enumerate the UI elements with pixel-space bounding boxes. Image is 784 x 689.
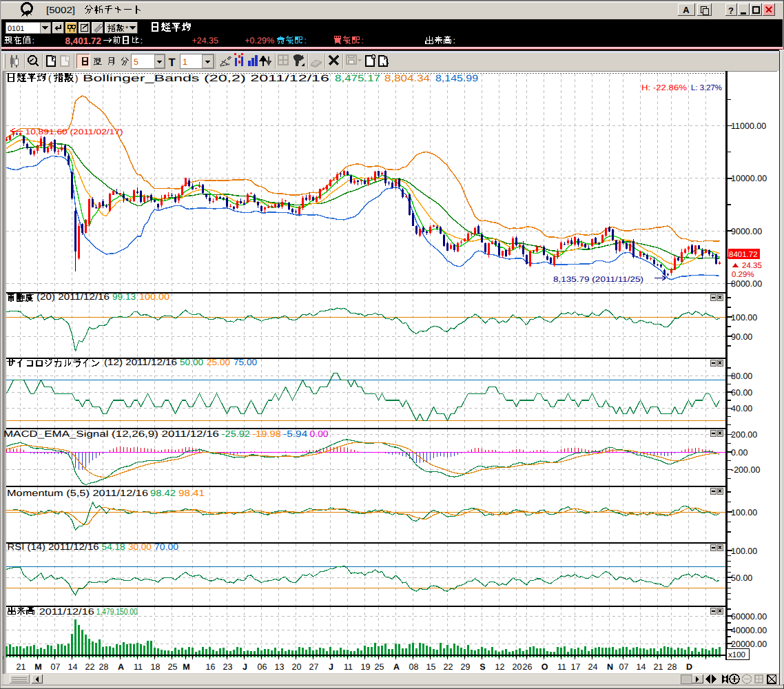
svg-text:100.00: 100.00 bbox=[731, 546, 757, 556]
svg-text:(12) 2011/12/16: (12) 2011/12/16 bbox=[104, 357, 177, 367]
svg-text:S: S bbox=[479, 662, 485, 672]
svg-text:8,475.17: 8,475.17 bbox=[335, 73, 380, 83]
svg-text:20000.00: 20000.00 bbox=[731, 639, 767, 649]
svg-text:40.00: 40.00 bbox=[731, 404, 752, 413]
svg-text:30.00: 30.00 bbox=[128, 542, 152, 552]
svg-text:0.00: 0.00 bbox=[731, 448, 747, 457]
svg-text:08: 08 bbox=[409, 662, 419, 672]
svg-text:8,135.79 (2011/11/25): 8,135.79 (2011/11/25) bbox=[553, 276, 643, 284]
svg-text:H: -22.86%: H: -22.86% bbox=[641, 84, 687, 92]
svg-text:P: P bbox=[384, 55, 388, 61]
svg-text:(20) 2011/12/16: (20) 2011/12/16 bbox=[37, 291, 110, 302]
svg-text:1: 1 bbox=[183, 57, 187, 67]
svg-text:D: D bbox=[686, 662, 692, 672]
svg-text:24: 24 bbox=[588, 662, 598, 672]
svg-text:8000.00: 8000.00 bbox=[731, 279, 762, 289]
svg-text:A: A bbox=[118, 662, 124, 672]
svg-text:0101: 0101 bbox=[8, 25, 24, 33]
svg-text:8,804.34: 8,804.34 bbox=[384, 73, 431, 83]
svg-text:80.00: 80.00 bbox=[731, 371, 752, 381]
svg-text::: : bbox=[304, 36, 306, 45]
svg-text:25: 25 bbox=[168, 662, 178, 672]
svg-text:x100: x100 bbox=[728, 651, 745, 659]
svg-text:0.00: 0.00 bbox=[310, 429, 329, 439]
svg-text:27: 27 bbox=[309, 662, 319, 672]
svg-text:19: 19 bbox=[361, 662, 371, 672]
svg-text:-200.00: -200.00 bbox=[731, 465, 760, 475]
svg-text:+24.35: +24.35 bbox=[192, 36, 218, 45]
svg-text:10,891.60 (2011/02/17): 10,891.60 (2011/02/17) bbox=[25, 128, 123, 136]
svg-text:29: 29 bbox=[461, 662, 471, 672]
svg-text:13: 13 bbox=[275, 662, 285, 672]
svg-text:54.18: 54.18 bbox=[102, 542, 125, 552]
svg-text:11000.00: 11000.00 bbox=[731, 121, 766, 131]
svg-text:90.00: 90.00 bbox=[731, 332, 752, 342]
svg-text:): ) bbox=[75, 73, 78, 83]
svg-text:-5.94: -5.94 bbox=[283, 429, 307, 439]
svg-text:17: 17 bbox=[571, 662, 581, 672]
svg-text:[5002]: [5002] bbox=[46, 5, 75, 15]
svg-text:21: 21 bbox=[17, 662, 26, 672]
svg-text:100.00: 100.00 bbox=[139, 291, 169, 302]
svg-text:12: 12 bbox=[495, 662, 505, 672]
svg-text::: : bbox=[453, 36, 455, 45]
svg-text:M: M bbox=[34, 662, 41, 672]
svg-text:23: 23 bbox=[223, 662, 233, 672]
svg-text:10000.00: 10000.00 bbox=[731, 174, 767, 183]
svg-text::: : bbox=[32, 36, 34, 45]
svg-text:11: 11 bbox=[134, 662, 143, 672]
svg-text:A: A bbox=[393, 662, 400, 672]
svg-text:-25.92: -25.92 bbox=[222, 429, 250, 439]
svg-text:50.00: 50.00 bbox=[180, 357, 203, 367]
svg-text:99.13: 99.13 bbox=[112, 291, 136, 302]
svg-text:28: 28 bbox=[668, 662, 677, 672]
svg-text:25: 25 bbox=[375, 662, 384, 672]
svg-text:J: J bbox=[329, 662, 333, 672]
svg-text:50.00: 50.00 bbox=[731, 573, 752, 583]
svg-text:22: 22 bbox=[85, 662, 95, 672]
svg-text:J: J bbox=[243, 662, 247, 672]
svg-text:M: M bbox=[183, 662, 189, 672]
svg-text:L: 3.27%: L: 3.27% bbox=[691, 84, 722, 92]
svg-text:T: T bbox=[169, 56, 176, 69]
svg-text:5: 5 bbox=[134, 57, 138, 67]
svg-text::: : bbox=[361, 36, 363, 45]
svg-text:98.41: 98.41 bbox=[178, 488, 205, 498]
svg-text:A: A bbox=[683, 5, 690, 15]
svg-text:MACD_EMA_Signal (12,26,9) 2011: MACD_EMA_Signal (12,26,9) 2011/12/16 bbox=[3, 429, 219, 439]
svg-text:21: 21 bbox=[654, 662, 663, 672]
svg-text:100.00: 100.00 bbox=[731, 313, 757, 322]
svg-text:?: ? bbox=[728, 6, 734, 16]
svg-text:98.42: 98.42 bbox=[150, 488, 176, 498]
svg-text:11: 11 bbox=[557, 662, 566, 672]
svg-text:+0.29%: +0.29% bbox=[245, 36, 274, 45]
svg-text:11: 11 bbox=[344, 662, 353, 672]
svg-text:RSI (14) 2011/12/16: RSI (14) 2011/12/16 bbox=[8, 542, 99, 552]
svg-text:75.00: 75.00 bbox=[234, 357, 257, 367]
svg-text:N: N bbox=[607, 662, 613, 672]
svg-text:20: 20 bbox=[513, 662, 522, 672]
svg-text:70.00: 70.00 bbox=[154, 542, 178, 552]
svg-text:Bollinger_Bands (20,2) 2011/12: Bollinger_Bands (20,2) 2011/12/16 bbox=[83, 73, 329, 83]
svg-text::: : bbox=[141, 36, 143, 45]
svg-text:1,479,150.00: 1,479,150.00 bbox=[96, 606, 138, 617]
svg-text:14: 14 bbox=[68, 662, 78, 672]
svg-text:100.00: 100.00 bbox=[731, 508, 757, 517]
svg-text:14: 14 bbox=[637, 662, 646, 672]
svg-text:(: ( bbox=[48, 73, 52, 83]
svg-text:07: 07 bbox=[619, 662, 629, 672]
svg-text:8401.72: 8401.72 bbox=[729, 251, 758, 259]
svg-text:O: O bbox=[541, 662, 548, 672]
svg-text:16: 16 bbox=[206, 662, 216, 672]
svg-text:22: 22 bbox=[444, 662, 453, 672]
svg-text:26: 26 bbox=[523, 662, 533, 672]
svg-text:60.00: 60.00 bbox=[731, 388, 752, 398]
svg-text:60000.00: 60000.00 bbox=[731, 612, 767, 621]
svg-text:9000.00: 9000.00 bbox=[731, 227, 762, 236]
svg-text:40000.00: 40000.00 bbox=[731, 626, 767, 635]
svg-text:07: 07 bbox=[51, 662, 61, 672]
svg-text:2011/12/16: 2011/12/16 bbox=[39, 606, 94, 617]
svg-text:24.35: 24.35 bbox=[742, 262, 762, 270]
svg-text:25.00: 25.00 bbox=[207, 357, 230, 367]
svg-text:0.29%: 0.29% bbox=[732, 271, 754, 279]
